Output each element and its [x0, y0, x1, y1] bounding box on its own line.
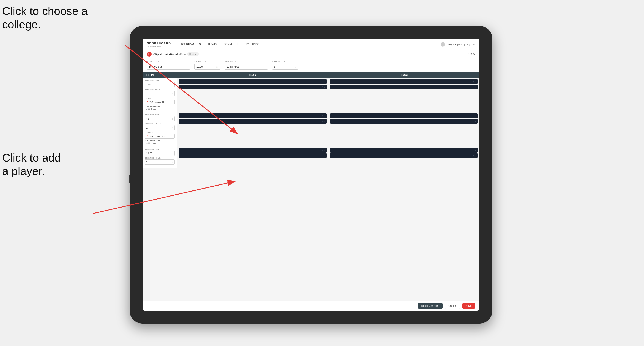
starting-hole-label-3: STARTING HOLE: [145, 157, 175, 159]
starting-time-label-1: STARTING TIME: [145, 80, 175, 82]
x-icon7[interactable]: × [473, 115, 474, 117]
starting-time-input-2[interactable]: 10:10 ⊙ [145, 116, 175, 121]
player-slot-2-2[interactable]: × ⌄ [330, 85, 478, 89]
x-icon10[interactable]: × [322, 155, 323, 157]
x-icon12[interactable]: × [473, 155, 474, 157]
time-arrows-2: ⊙ [172, 118, 173, 120]
x-icon3[interactable]: × [473, 80, 474, 83]
tee-left-2: STARTING TIME: 10:10 ⊙ STARTING HOLE: 1 … [142, 112, 177, 146]
player-slot-6-2[interactable]: ×⌄ [330, 153, 478, 158]
expand-icon5[interactable]: ⌄ [324, 115, 326, 117]
x-icon2[interactable]: × [322, 86, 323, 88]
tablet-side-button [129, 175, 130, 183]
x-icon5[interactable]: × [322, 115, 323, 117]
expand-icon8[interactable]: ⌄ [475, 120, 477, 122]
avatar [440, 42, 445, 47]
expand-icon2[interactable]: ⌄ [324, 86, 326, 88]
col-team1: Team 1 [177, 72, 328, 78]
logo-area: SCOREBOARD Powered by clippd [147, 42, 171, 47]
breadcrumb: C Clippd Invitational (Men) Hosting [147, 52, 199, 56]
chevron-down-icon: ⌄ [186, 65, 188, 68]
time-arrows-1: ⊙ [172, 84, 173, 86]
course-badge-2[interactable]: 📍 East Lake GC × ⌄ [145, 134, 175, 139]
intervals-group: Intervals 10 Minutes ⌄ [224, 61, 268, 70]
expand-icon12[interactable]: ⌄ [475, 155, 477, 157]
table-header-row: Tee Time Team 1 Team 2 [142, 72, 480, 78]
expand-icon3[interactable]: ⌄ [475, 80, 477, 83]
start-type-label: Start Type [147, 61, 190, 63]
x-icon4[interactable]: × [473, 86, 474, 88]
player-slot-1-2[interactable]: × ⌄ [179, 85, 326, 89]
expand-icon4[interactable]: ⌄ [475, 86, 477, 88]
x-icon8[interactable]: × [473, 120, 474, 122]
nav-right: blair@clippd.io | Sign out [440, 42, 475, 47]
remove-course-icon-2[interactable]: × [162, 135, 163, 137]
expand-icon11[interactable]: ⌄ [475, 149, 477, 151]
action-links-2: ○ Remove Group + Add Group [145, 140, 175, 144]
player-slot-5-2[interactable]: ×⌄ [179, 153, 326, 158]
nav-teams[interactable]: TEAMS [204, 39, 220, 50]
remove-group-link-2[interactable]: ○ Remove Group [145, 140, 175, 142]
x-icon11[interactable]: × [473, 149, 474, 151]
annotation-line1: Click to choose a [2, 5, 88, 17]
cancel-button[interactable]: Cancel [445, 303, 460, 309]
add-group-link-2[interactable]: + Add Group [145, 142, 175, 144]
player-slot-4-1[interactable]: ×⌄ [330, 114, 478, 118]
annotation-line2: college. [2, 18, 41, 31]
starting-time-input-1[interactable]: 10:00 ⊙ [145, 82, 175, 87]
starting-hole-input-2[interactable]: 1 ⇅ [145, 125, 175, 130]
remove-course-icon-1[interactable]: × [166, 101, 166, 103]
expand-icon9[interactable]: ⌄ [324, 149, 326, 151]
course-name-2: East Lake GC [149, 135, 161, 137]
player-slot-3-1[interactable]: ×⌄ [179, 114, 326, 118]
course-expand-icon-2[interactable]: ⌄ [164, 135, 166, 137]
expand-icon6[interactable]: ⌄ [324, 120, 326, 122]
add-group-link-1[interactable]: + Add Group [145, 108, 175, 110]
team1-col-2: ×⌄ ×⌄ [177, 112, 328, 146]
expand-icon7[interactable]: ⌄ [475, 115, 477, 117]
group-size-group: Group Size 3 ⌄ [272, 61, 298, 70]
player-slot-5-1[interactable]: ×⌄ [179, 148, 326, 153]
start-type-input[interactable]: 1st Tee Start ⌄ [147, 64, 190, 70]
chevron-down-icon3: ⌄ [294, 66, 296, 68]
intervals-label: Intervals [224, 61, 268, 63]
course-expand-icon-1[interactable]: ⌄ [167, 101, 169, 103]
player-slot-3-2[interactable]: ×⌄ [179, 119, 326, 124]
reset-button[interactable]: Reset Changes [418, 303, 443, 309]
slot-icons-1-2: × ⌄ [322, 86, 325, 88]
group-size-value: 3 [274, 65, 276, 68]
starting-time-input-3[interactable]: 10:20 ⊙ [145, 151, 175, 156]
tee-row-2: STARTING TIME: 10:10 ⊙ STARTING HOLE: 1 … [142, 112, 480, 147]
player-slot-6-1[interactable]: ×⌄ [330, 148, 478, 153]
add-group-icon-2: + [145, 142, 146, 144]
gender-label: (Men) [180, 53, 186, 55]
x-icon6[interactable]: × [322, 120, 323, 122]
expand-icon[interactable]: ⌄ [324, 80, 326, 83]
starting-hole-input-1[interactable]: 1 ⇅ [145, 91, 175, 96]
save-button[interactable]: Save [462, 303, 475, 309]
group-size-input[interactable]: 3 ⌄ [272, 64, 298, 70]
footer-bar: Reset Changes Cancel Save [142, 301, 480, 311]
player-slot-2-1[interactable]: × ⌄ [330, 79, 478, 84]
course-badge-1[interactable]: 📍 (A) Peachtree GC × ⌄ [145, 100, 175, 104]
logo-sub: Powered by clippd [147, 45, 171, 47]
tablet-frame: SCOREBOARD Powered by clippd TOURNAMENTS… [130, 26, 492, 324]
starting-hole-input-3[interactable]: 1 ⇅ [145, 160, 175, 165]
group-size-label: Group Size [272, 61, 298, 63]
player-slot-4-2[interactable]: ×⌄ [330, 119, 478, 124]
start-time-input[interactable]: 10:00 🕙 [194, 64, 220, 70]
expand-icon10[interactable]: ⌄ [324, 155, 326, 157]
intervals-input[interactable]: 10 Minutes ⌄ [224, 64, 268, 70]
sign-out-link[interactable]: Sign out [466, 43, 475, 46]
form-controls-row: Start Type 1st Tee Start ⌄ Start Time 10… [142, 58, 480, 72]
remove-group-link-1[interactable]: ○ Remove Group [145, 105, 175, 107]
back-button[interactable]: ‹ Back [468, 53, 475, 56]
nav-tournaments[interactable]: TOURNAMENTS [177, 39, 204, 50]
nav-committee[interactable]: COMMITTEE [220, 39, 242, 50]
annotation-line3: Click to add [2, 152, 61, 164]
nav-rankings[interactable]: RANKINGS [242, 39, 263, 50]
player-slot-1-1[interactable]: × ⌄ [179, 79, 326, 84]
annotation-add-player: Click to add a player. [2, 151, 61, 178]
x-icon9[interactable]: × [322, 149, 323, 151]
x-icon[interactable]: × [322, 80, 323, 83]
